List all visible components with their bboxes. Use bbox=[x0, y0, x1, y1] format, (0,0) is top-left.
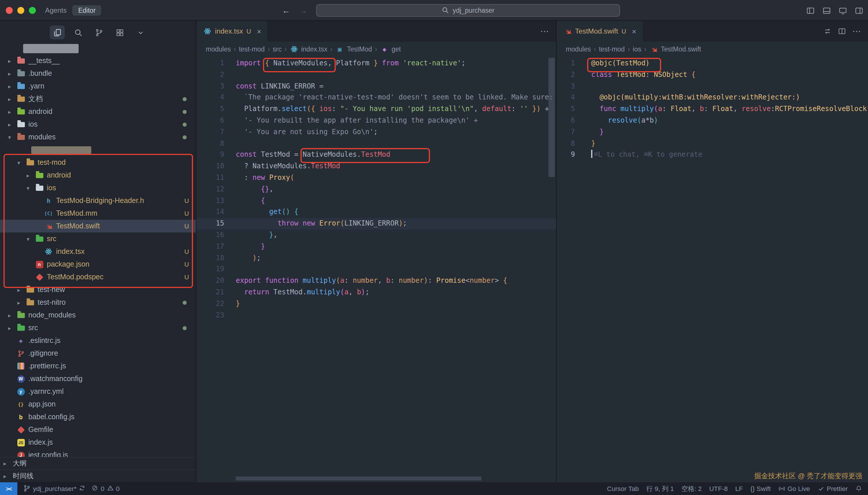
split-editor-icon[interactable] bbox=[838, 27, 846, 35]
zoom-window-button[interactable] bbox=[29, 7, 36, 14]
git-branch-status[interactable]: ydj_purchaser* bbox=[23, 484, 86, 493]
tree-item-babel-config-js[interactable]: bbabel.config.js bbox=[0, 411, 196, 423]
prettier-status[interactable]: Prettier bbox=[817, 485, 848, 492]
code-line[interactable]: 1@objc(TestMod) bbox=[556, 58, 868, 69]
code-line[interactable]: 11 : new Proxy( bbox=[196, 172, 556, 184]
code-line[interactable]: 7 } bbox=[556, 127, 868, 138]
code-line[interactable]: 9⌘L to chat, ⌘K to generate bbox=[556, 150, 868, 161]
eol-status[interactable]: LF bbox=[736, 485, 743, 492]
vertical-scrollbar[interactable] bbox=[548, 58, 555, 177]
code-editor-index-tsx[interactable]: 1import { NativeModules, Platform } from… bbox=[196, 57, 556, 482]
explorer-view-icon[interactable] bbox=[50, 25, 65, 39]
search-view-icon[interactable] bbox=[71, 25, 86, 39]
outline-section-header[interactable]: ▸ 大纲 bbox=[0, 457, 196, 470]
code-line[interactable]: 2 bbox=[196, 69, 556, 81]
cursor-position-status[interactable]: 行 9, 列 1 bbox=[646, 484, 674, 493]
cursor-tab-status[interactable]: Cursor Tab bbox=[607, 485, 639, 492]
tree-item-test-mod[interactable]: ▾test-mod bbox=[0, 156, 196, 169]
breadcrumb-item[interactable]: ios bbox=[633, 46, 641, 53]
tree-item--yarnrc-yml[interactable]: y.yarnrc.yml bbox=[0, 385, 196, 398]
back-icon[interactable]: ← bbox=[282, 6, 290, 15]
layout-panel-icon[interactable] bbox=[822, 6, 831, 15]
code-line[interactable]: 9const TestMod = NativeModules.TestMod bbox=[196, 150, 556, 161]
tree-item--prettierrc-js[interactable]: .prettierrc.js bbox=[0, 360, 196, 372]
code-line[interactable]: 2class TestMod: NSObject { bbox=[556, 69, 868, 81]
close-window-button[interactable] bbox=[6, 7, 13, 14]
layout-sidebar-right-icon[interactable] bbox=[855, 6, 863, 15]
code-line[interactable]: 22} bbox=[196, 298, 556, 310]
breadcrumb-item[interactable]: modules bbox=[206, 46, 231, 53]
code-line[interactable]: 19 bbox=[196, 264, 556, 275]
tree-item-src[interactable]: ▾src bbox=[0, 233, 196, 245]
breadcrumb-item[interactable]: test-mod bbox=[239, 46, 265, 53]
tree-item-jest-config-js[interactable]: Jjest.config.js bbox=[0, 449, 196, 457]
code-line[interactable]: 14 get() { bbox=[196, 207, 556, 218]
code-line[interactable]: 8 bbox=[196, 138, 556, 150]
tree-item-redacted[interactable] bbox=[0, 143, 196, 156]
breadcrumb-item[interactable]: src bbox=[273, 46, 282, 53]
tree-item-app-json[interactable]: {}app.json bbox=[0, 398, 196, 411]
code-line[interactable]: 16 }, bbox=[196, 229, 556, 241]
tree-item-android[interactable]: ▸android bbox=[0, 105, 196, 118]
screen-share-icon[interactable] bbox=[838, 6, 847, 15]
problems-status[interactable]: 0 0 bbox=[92, 484, 120, 493]
remote-indicator[interactable]: >< bbox=[0, 482, 17, 495]
horizontal-scrollbar[interactable] bbox=[236, 477, 481, 480]
editor-mode-chip[interactable]: Editor bbox=[72, 5, 102, 15]
breadcrumb-item[interactable]: test-mod bbox=[599, 46, 625, 53]
minimize-window-button[interactable] bbox=[17, 7, 24, 14]
go-live-status[interactable]: Go Live bbox=[778, 485, 810, 492]
close-tab-icon[interactable]: × bbox=[257, 27, 261, 36]
timeline-section-header[interactable]: ▸ 时间线 bbox=[0, 470, 196, 482]
tree-item-testmod-swift[interactable]: TestMod.swiftU bbox=[0, 220, 196, 233]
layout-sidebar-left-icon[interactable] bbox=[806, 6, 815, 15]
breadcrumb-item[interactable]: TestMod bbox=[347, 46, 372, 53]
tree-item-test-new[interactable]: ▸test-new bbox=[0, 283, 196, 296]
more-actions-icon[interactable]: ⋯ bbox=[540, 26, 549, 36]
notifications-bell[interactable] bbox=[855, 485, 862, 492]
tree-item-index-tsx[interactable]: index.tsxU bbox=[0, 245, 196, 258]
tree-item-testmod-mm[interactable]: [C]TestMod.mmU bbox=[0, 207, 196, 220]
code-line[interactable]: 4 @objc(multiply:withB:withResolver:with… bbox=[556, 92, 868, 104]
tree-item--watchmanconfig[interactable]: W.watchmanconfig bbox=[0, 372, 196, 385]
code-line[interactable]: 21 return TestMod.multiply(a, b); bbox=[196, 287, 556, 298]
tree-item--tests-[interactable]: ▸__tests__ bbox=[0, 54, 196, 67]
breadcrumb-item[interactable]: modules bbox=[566, 46, 591, 53]
tree-item--gitignore[interactable]: .gitignore bbox=[0, 347, 196, 360]
swap-editors-icon[interactable] bbox=[823, 27, 832, 35]
command-center-search[interactable]: ydj_purchaser bbox=[316, 4, 620, 17]
code-line[interactable]: 10 ? NativeModules.TestMod bbox=[196, 161, 556, 172]
tree-item-ios[interactable]: ▾ios bbox=[0, 182, 196, 194]
breadcrumb-item[interactable]: get bbox=[391, 46, 401, 53]
tree-item-node-modules[interactable]: ▸node_modules bbox=[0, 309, 196, 322]
tab-index-tsx[interactable]: index.tsx U × bbox=[196, 21, 268, 41]
breadcrumb-item[interactable]: TestMod.swift bbox=[661, 46, 701, 53]
code-line[interactable]: 3 bbox=[556, 81, 868, 92]
code-line[interactable]: 4 `The package 'react-native-test-mod' d… bbox=[196, 92, 556, 104]
forward-icon[interactable]: → bbox=[299, 6, 307, 15]
code-line[interactable]: 7 '- You are not using Expo Go\n'; bbox=[196, 127, 556, 138]
tree-item-index-js[interactable]: JSindex.js bbox=[0, 436, 196, 449]
tab-testmod-swift[interactable]: TestMod.swift U × bbox=[556, 21, 643, 41]
views-menu-chevron-icon[interactable] bbox=[133, 25, 148, 39]
tree-item-src[interactable]: ▸src bbox=[0, 322, 196, 334]
code-line[interactable]: 13 { bbox=[196, 195, 556, 207]
extensions-view-icon[interactable] bbox=[112, 25, 127, 39]
code-line[interactable]: 5 func multiply(a: Float, b: Float, reso… bbox=[556, 103, 868, 115]
code-line[interactable]: 17 } bbox=[196, 241, 556, 253]
breadcrumb-item[interactable]: index.tsx bbox=[301, 46, 327, 53]
tree-item--eslintrc-js[interactable]: ◈.eslintrc.js bbox=[0, 334, 196, 347]
tree-item-android[interactable]: ▸android bbox=[0, 169, 196, 182]
tree-item--yarn[interactable]: ▸.yarn bbox=[0, 80, 196, 92]
tree-item-gemfile[interactable]: Gemfile bbox=[0, 423, 196, 436]
code-editor-testmod-swift[interactable]: 1@objc(TestMod)2class TestMod: NSObject … bbox=[556, 57, 868, 482]
code-line[interactable]: 8} bbox=[556, 138, 868, 150]
tree-item-文档[interactable]: ▸文档 bbox=[0, 92, 196, 105]
indentation-status[interactable]: 空格: 2 bbox=[681, 484, 702, 493]
code-line[interactable]: 20export function multiply(a: number, b:… bbox=[196, 275, 556, 287]
code-line[interactable]: 5 Platform.select({ ios: "- You have run… bbox=[196, 103, 556, 115]
tree-item-modules[interactable]: ▾modules bbox=[0, 131, 196, 143]
code-line[interactable]: 1import { NativeModules, Platform } from… bbox=[196, 58, 556, 69]
tree-item-testmod-podspec[interactable]: TestMod.podspecU bbox=[0, 271, 196, 283]
tree-item-ios[interactable]: ▸ios bbox=[0, 118, 196, 131]
